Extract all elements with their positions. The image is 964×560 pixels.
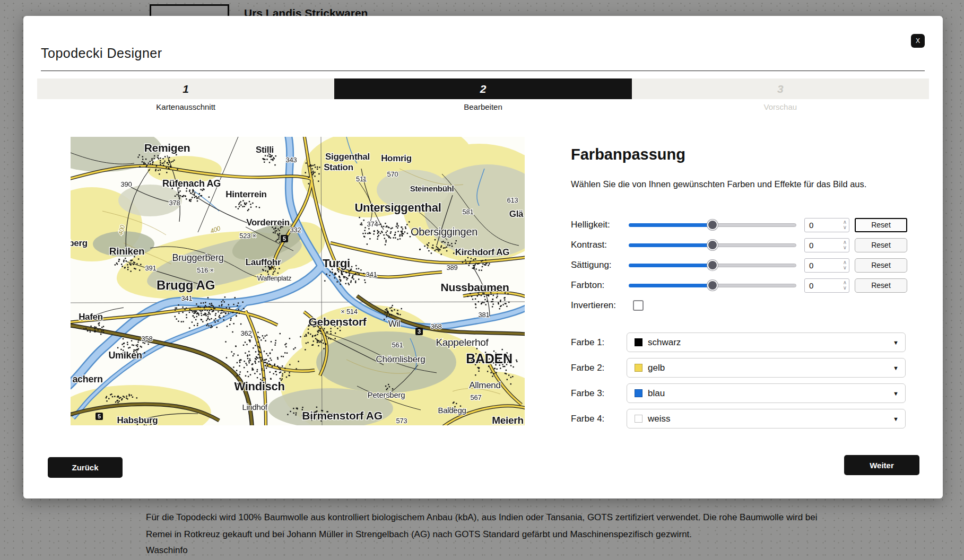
hue-row: Farbton: ∧∨ Reset [571, 275, 921, 295]
svg-text:Glä: Glä [509, 209, 524, 219]
svg-text:573: 573 [396, 417, 407, 425]
panel-heading: Farbanpassung [571, 146, 921, 163]
color-adjust-panel: Farbanpassung Wählen Sie die von Ihnen g… [571, 146, 921, 434]
brightness-slider[interactable] [629, 220, 796, 230]
slider-thumb[interactable] [707, 260, 718, 270]
back-button[interactable]: Zurück [48, 457, 123, 478]
spinner-icon[interactable]: ∧∨ [843, 220, 847, 230]
svg-text:341: 341 [181, 294, 193, 302]
brightness-input-box: ∧∨ [804, 218, 849, 232]
svg-text:Brugg AG: Brugg AG [157, 278, 215, 292]
color-3-row: Farbe 3: blau ▼ [571, 383, 921, 403]
svg-text:Rüfenach AG: Rüfenach AG [162, 178, 221, 189]
slider-thumb[interactable] [707, 240, 718, 250]
spinner-icon[interactable]: ∧∨ [843, 240, 847, 250]
brightness-reset-button[interactable]: Reset [855, 218, 907, 232]
svg-text:523 ×: 523 × [239, 232, 256, 240]
svg-text:389: 389 [447, 264, 458, 272]
hue-slider[interactable] [629, 280, 796, 291]
color-2-swatch [635, 364, 642, 372]
panel-description: Wählen Sie die von Ihnen gewünschten Far… [571, 179, 921, 189]
svg-text:Allmend: Allmend [469, 380, 500, 390]
next-button[interactable]: Weiter [844, 455, 919, 475]
brightness-row: Helligkeit: ∧∨ Reset [571, 215, 921, 235]
svg-text:Gebenstorf: Gebenstorf [308, 316, 367, 328]
svg-text:581: 581 [463, 208, 474, 216]
saturation-row: Sättigung: ∧∨ Reset [571, 255, 921, 275]
slider-thumb[interactable] [707, 220, 718, 230]
saturation-label: Sättigung: [571, 260, 629, 270]
step-2-label: Bearbeiten [334, 102, 631, 111]
spinner-icon[interactable]: ∧∨ [843, 260, 847, 270]
svg-text:390: 390 [121, 180, 132, 188]
svg-text:374: 374 [367, 220, 378, 228]
contrast-input[interactable] [805, 241, 834, 250]
svg-text:Station: Station [324, 162, 353, 172]
color-1-row: Farbe 1: schwarz ▼ [571, 332, 921, 352]
svg-text:Hinterrein: Hinterrein [225, 189, 266, 199]
svg-text:Wil: Wil [388, 319, 401, 329]
step-3-label: Vorschau [632, 102, 929, 111]
svg-text:5: 5 [98, 413, 101, 419]
svg-text:516 ×: 516 × [197, 266, 213, 274]
svg-text:Baldegg: Baldegg [438, 406, 466, 415]
svg-text:570: 570 [387, 170, 398, 178]
svg-text:Obersiggingen: Obersiggingen [411, 226, 477, 238]
step-1-segment[interactable]: 1 [37, 78, 334, 99]
color-4-select[interactable]: weiss ▼ [627, 409, 906, 428]
svg-text:3: 3 [418, 328, 421, 335]
contrast-label: Kontrast: [571, 240, 629, 250]
slider-thumb[interactable] [707, 280, 718, 291]
wizard-step-labels: Kartenausschnitt Bearbeiten Vorschau [37, 102, 929, 111]
color-3-value: blau [648, 388, 665, 399]
slider-fill [629, 284, 713, 287]
color-3-select[interactable]: blau ▼ [627, 383, 906, 403]
contrast-slider[interactable] [629, 240, 796, 250]
svg-text:Birmenstorf AG: Birmenstorf AG [302, 409, 382, 422]
svg-text:Untersiggenthal: Untersiggenthal [355, 201, 441, 214]
chevron-down-icon: ▼ [893, 365, 899, 371]
color-2-select[interactable]: gelb ▼ [627, 358, 906, 378]
svg-text:Kirchdorf AG: Kirchdorf AG [455, 247, 510, 257]
saturation-reset-button[interactable]: Reset [855, 258, 907, 273]
hue-reset-button[interactable]: Reset [855, 278, 907, 293]
svg-text:567: 567 [471, 393, 482, 401]
svg-text:BADEN: BADEN [466, 351, 512, 366]
svg-text:achern: achern [72, 374, 102, 384]
svg-text:Umiken: Umiken [108, 350, 142, 361]
color-1-value: schwarz [648, 337, 681, 348]
svg-text:Lindhof: Lindhof [242, 402, 267, 412]
saturation-input-box: ∧∨ [804, 258, 849, 273]
color-select-group: Farbe 1: schwarz ▼ Farbe 2: gelb ▼ Farbe… [571, 332, 921, 428]
topodecki-designer-modal: Topodecki Designer X 1 2 3 Kartenausschn… [23, 16, 943, 498]
svg-text:Waffenplatz: Waffenplatz [257, 274, 292, 282]
svg-text:Homrig: Homrig [381, 153, 412, 163]
svg-text:Steinenbühl: Steinenbühl [410, 184, 454, 193]
invert-label: Invertieren: [571, 300, 629, 311]
svg-text:391: 391 [145, 264, 157, 272]
saturation-input[interactable] [805, 261, 834, 270]
svg-text:Stilli: Stilli [256, 145, 274, 155]
brightness-input[interactable] [805, 221, 834, 230]
saturation-slider[interactable] [629, 260, 796, 270]
chevron-down-icon: ▼ [893, 390, 899, 397]
step-1-label: Kartenausschnitt [37, 102, 334, 111]
invert-row: Invertieren: [571, 296, 921, 314]
close-button[interactable]: X [911, 34, 925, 48]
svg-text:Petersberg: Petersberg [368, 390, 405, 399]
svg-text:Riniken: Riniken [109, 246, 145, 257]
spinner-icon[interactable]: ∧∨ [843, 280, 847, 291]
step-3-segment[interactable]: 3 [632, 78, 929, 99]
svg-text:Windisch: Windisch [234, 380, 284, 393]
svg-text:Vorderrein: Vorderrein [246, 217, 290, 228]
color-3-swatch [635, 389, 642, 397]
svg-text:Nussbaumen: Nussbaumen [441, 281, 509, 293]
invert-checkbox[interactable] [633, 300, 644, 311]
svg-text:613: 613 [507, 196, 518, 204]
contrast-reset-button[interactable]: Reset [855, 238, 907, 252]
step-2-segment[interactable]: 2 [334, 78, 631, 99]
color-1-select[interactable]: schwarz ▼ [627, 332, 906, 352]
color-2-label: Farbe 2: [571, 363, 627, 373]
svg-text:berg: berg [71, 238, 88, 248]
hue-input[interactable] [805, 281, 834, 290]
